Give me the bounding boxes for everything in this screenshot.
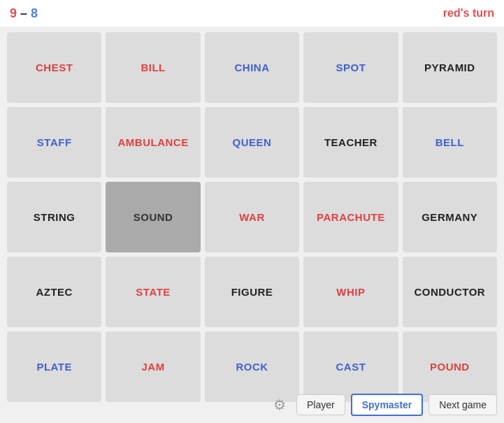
card-spot[interactable]: SPOT bbox=[303, 32, 398, 103]
next-game-button[interactable]: Next game bbox=[429, 394, 497, 415]
card-state[interactable]: STATE bbox=[106, 257, 200, 327]
card-cast[interactable]: CAST bbox=[303, 331, 398, 402]
card-rock[interactable]: ROCK bbox=[205, 331, 299, 402]
card-pound[interactable]: POUND bbox=[403, 331, 497, 402]
card-jam[interactable]: JAM bbox=[106, 331, 200, 402]
card-plate[interactable]: PLATE bbox=[7, 331, 101, 402]
footer: ⚙ Player Spymaster Next game bbox=[268, 394, 497, 416]
card-germany[interactable]: GERMANY bbox=[403, 182, 497, 252]
card-ambulance[interactable]: AMBULANCE bbox=[106, 107, 200, 178]
card-figure[interactable]: FIGURE bbox=[205, 257, 299, 327]
spymaster-button[interactable]: Spymaster bbox=[351, 394, 424, 416]
card-war[interactable]: WAR bbox=[205, 182, 299, 252]
card-chest[interactable]: CHEST bbox=[7, 32, 101, 103]
turn-label: red's turn bbox=[443, 7, 494, 20]
header: 9 – 8 red's turn bbox=[0, 0, 504, 27]
card-aztec[interactable]: AZTEC bbox=[7, 257, 101, 327]
blue-score: 8 bbox=[31, 6, 38, 20]
card-staff[interactable]: STAFF bbox=[7, 107, 101, 178]
dash: – bbox=[20, 6, 31, 20]
card-whip[interactable]: WHIP bbox=[303, 257, 398, 327]
gear-icon: ⚙ bbox=[273, 396, 286, 413]
card-china[interactable]: CHINA bbox=[205, 32, 299, 103]
settings-icon-button[interactable]: ⚙ bbox=[268, 394, 291, 416]
card-conductor[interactable]: CONDUCTOR bbox=[403, 257, 497, 327]
card-parachute[interactable]: PARACHUTE bbox=[303, 182, 398, 252]
card-bill[interactable]: BILL bbox=[106, 32, 200, 103]
card-bell[interactable]: BELL bbox=[403, 107, 497, 178]
card-string[interactable]: STRING bbox=[7, 182, 101, 252]
card-sound[interactable]: SOUND bbox=[106, 182, 200, 252]
card-pyramid[interactable]: PYRAMID bbox=[403, 32, 497, 103]
red-score: 9 bbox=[10, 6, 17, 20]
player-button[interactable]: Player bbox=[296, 394, 345, 415]
card-teacher[interactable]: TEACHER bbox=[303, 107, 398, 178]
score: 9 – 8 bbox=[10, 6, 38, 21]
card-queen[interactable]: QUEEN bbox=[205, 107, 299, 178]
card-grid: CHESTBILLCHINASPOTPYRAMIDSTAFFAMBULANCEQ… bbox=[0, 27, 504, 408]
